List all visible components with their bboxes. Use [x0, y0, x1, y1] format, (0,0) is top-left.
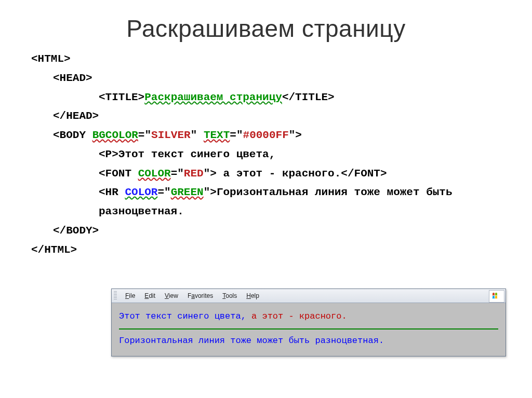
code-block: <HTML> <HEAD> <TITLE>Раскрашиваем страни… [31, 50, 501, 259]
tag-open: <P> [99, 148, 118, 160]
browser-window: File Edit View Favorites Tools Help Этот… [111, 289, 506, 356]
code-line: <HR COLOR="GREEN">Горизонтальная линия т… [31, 183, 501, 222]
slide: Раскрашиваем страницу <HTML> <HEAD> <TIT… [0, 0, 532, 398]
tag-open: <FONT [99, 168, 138, 180]
code-line: <HEAD> [31, 69, 501, 88]
syntax: =" [171, 168, 184, 180]
attr-value: SILVER [151, 129, 191, 141]
result-line-2: Горизонтальная линия тоже может быть раз… [119, 334, 498, 348]
tag-close: </TITLE> [282, 91, 335, 103]
syntax: =" [230, 129, 243, 141]
blue-text: Этот текст синего цвета, [119, 311, 251, 321]
attr-name: TEXT [204, 129, 230, 141]
syntax: "> [204, 186, 217, 198]
title-text: Раскрашиваем страницу [144, 91, 282, 103]
code-line: <TITLE>Раскрашиваем страницу</TITLE> [31, 88, 501, 107]
code-line: </BODY> [31, 222, 501, 241]
code-line: <P>Этот текст синего цвета, [31, 145, 501, 164]
tag-open: <TITLE> [99, 91, 144, 103]
attr-name: COLOR [125, 186, 157, 198]
menu-file[interactable]: File [121, 291, 139, 300]
grip-icon [114, 291, 117, 300]
code-line: <HTML> [31, 50, 501, 69]
syntax: " [191, 129, 204, 141]
menu-view[interactable]: View [161, 291, 182, 300]
menu-favorites[interactable]: Favorites [183, 291, 217, 300]
code-line: </HTML> [31, 241, 501, 260]
menu-help[interactable]: Help [242, 291, 263, 300]
attr-name: BGCOLOR [92, 129, 138, 141]
syntax: "> [289, 129, 302, 141]
attr-value: RED [184, 168, 204, 180]
red-text: а этот - красного. [251, 311, 347, 321]
font-text: а этот - красного. [223, 168, 341, 180]
attr-value: #0000FF [243, 129, 289, 141]
code-line: <BODY BGCOLOR="SILVER" TEXT="#0000FF"> [31, 126, 501, 145]
windows-logo-icon [489, 290, 504, 303]
menubar: File Edit View Favorites Tools Help [112, 289, 506, 303]
code-line: </HEAD> [31, 107, 501, 126]
syntax: =" [138, 129, 151, 141]
menu-tools[interactable]: Tools [218, 291, 241, 300]
syntax: "> [204, 168, 223, 180]
slide-title: Раскрашиваем страницу [31, 15, 501, 43]
menu-edit[interactable]: Edit [140, 291, 159, 300]
tag-close: </FONT> [341, 168, 387, 180]
viewport: Этот текст синего цвета, а этот - красно… [112, 303, 506, 356]
paragraph-text: Этот текст синего цвета, [118, 148, 275, 160]
attr-name: COLOR [138, 168, 171, 180]
attr-value: GREEN [171, 186, 204, 198]
code-line: <FONT COLOR="RED"> а этот - красного.</F… [31, 164, 501, 184]
green-hr [119, 328, 498, 330]
syntax: =" [157, 186, 170, 198]
tag-open: <HR [31, 186, 125, 198]
result-line-1: Этот текст синего цвета, а этот - красно… [119, 309, 498, 323]
tag-open: <BODY [53, 129, 92, 141]
